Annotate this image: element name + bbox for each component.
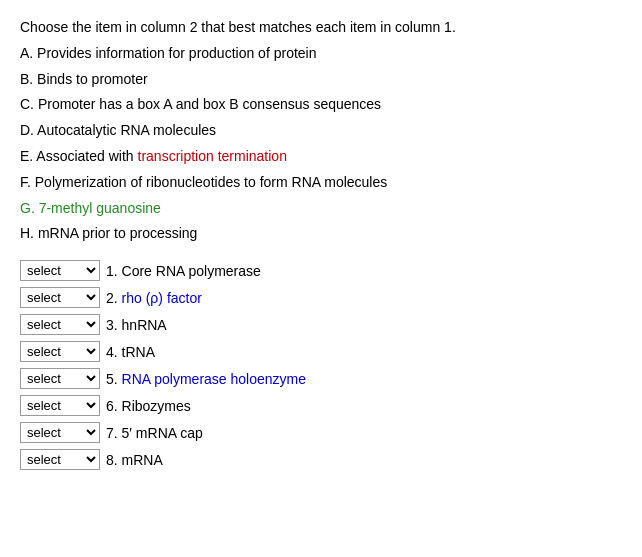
instruction-header: Choose the item in column 2 that best ma… [20, 16, 622, 40]
dropdowns-section: select ABCD EFGH 1. Core RNA polymerase … [20, 260, 622, 470]
item-h: H. mRNA prior to processing [20, 222, 622, 246]
item-g-highlight: G. 7-methyl guanosine [20, 200, 161, 216]
item-b: B. Binds to promoter [20, 68, 622, 92]
instructions-section: Choose the item in column 2 that best ma… [20, 16, 622, 246]
dropdown-row-5: select ABCD EFGH 5. RNA polymerase holoe… [20, 368, 622, 389]
select-1[interactable]: select ABCD EFGH [20, 260, 100, 281]
select-5[interactable]: select ABCD EFGH [20, 368, 100, 389]
dropdown-row-6: select ABCD EFGH 6. Ribozymes [20, 395, 622, 416]
label-1: 1. Core RNA polymerase [106, 263, 261, 279]
label-5-highlight: RNA polymerase holoenzyme [122, 371, 306, 387]
label-3: 3. hnRNA [106, 317, 167, 333]
dropdown-row-7: select ABCD EFGH 7. 5′ mRNA cap [20, 422, 622, 443]
dropdown-row-4: select ABCD EFGH 4. tRNA [20, 341, 622, 362]
item-d: D. Autocatalytic RNA molecules [20, 119, 622, 143]
label-7: 7. 5′ mRNA cap [106, 425, 203, 441]
select-4[interactable]: select ABCD EFGH [20, 341, 100, 362]
dropdown-row-3: select ABCD EFGH 3. hnRNA [20, 314, 622, 335]
select-7[interactable]: select ABCD EFGH [20, 422, 100, 443]
select-3[interactable]: select ABCD EFGH [20, 314, 100, 335]
select-8[interactable]: select ABCD EFGH [20, 449, 100, 470]
label-6: 6. Ribozymes [106, 398, 191, 414]
label-4: 4. tRNA [106, 344, 155, 360]
label-2: 2. rho (ρ) factor [106, 290, 202, 306]
select-6[interactable]: select ABCD EFGH [20, 395, 100, 416]
label-2-highlight: rho (ρ) factor [122, 290, 202, 306]
label-5: 5. RNA polymerase holoenzyme [106, 371, 306, 387]
item-f: F. Polymerization of ribonucleotides to … [20, 171, 622, 195]
item-c: C. Promoter has a box A and box B consen… [20, 93, 622, 117]
item-g: G. 7-methyl guanosine [20, 197, 622, 221]
item-e-highlight: transcription termination [138, 148, 287, 164]
dropdown-row-2: select ABCD EFGH 2. rho (ρ) factor [20, 287, 622, 308]
dropdown-row-1: select ABCD EFGH 1. Core RNA polymerase [20, 260, 622, 281]
select-2[interactable]: select ABCD EFGH [20, 287, 100, 308]
item-e: E. Associated with transcription termina… [20, 145, 622, 169]
label-8: 8. mRNA [106, 452, 163, 468]
item-a: A. Provides information for production o… [20, 42, 622, 66]
dropdown-row-8: select ABCD EFGH 8. mRNA [20, 449, 622, 470]
